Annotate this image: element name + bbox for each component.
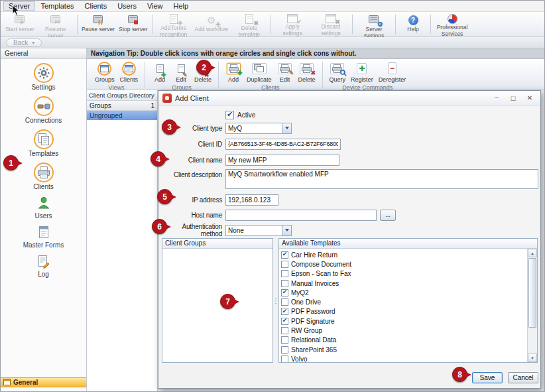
authentication-method-dropdown[interactable]: None [225,225,292,236]
template-checkbox[interactable] [281,327,288,334]
template-checkbox[interactable] [281,261,288,268]
template-item[interactable]: Volvo [279,354,527,362]
template-checkbox[interactable] [281,280,288,287]
deregister-device-button[interactable]: Deregister [377,60,408,84]
template-label: Epson - Scan to Fax [291,270,351,277]
plus-overlay-icon [161,72,166,78]
minimize-icon[interactable] [489,93,505,103]
scroll-up-icon[interactable] [528,249,537,257]
plus-overlay-icon: ✚ [178,21,183,27]
sidebar-item-connections[interactable]: Connections [1,96,86,124]
template-item[interactable]: RW Group [279,326,527,335]
client-name-row: Client name [161,154,339,166]
add-group-button[interactable]: Add [150,60,170,84]
sidebar-item-settings[interactable]: Settings [1,63,86,91]
master-forms-icon [37,225,50,241]
template-checkbox[interactable] [281,356,288,362]
start-server-button[interactable]: Start server [3,13,36,36]
client-id-field[interactable] [225,139,341,150]
x-overlay-icon [311,70,316,76]
scroll-down-icon[interactable] [528,354,537,362]
dialog-titlebar[interactable]: Add Client [158,91,540,105]
help-button[interactable]: Help [398,13,428,36]
group-row[interactable]: Ungrouped [87,111,157,120]
template-checkbox[interactable] [281,346,288,354]
discard-settings-button[interactable]: ✖ Discard settings [312,13,350,36]
template-checkbox[interactable] [281,298,288,306]
template-checkbox[interactable] [281,318,288,325]
delete-template-button[interactable]: ✖ Delete template [230,13,269,36]
template-item[interactable]: PDF Signature [279,316,527,326]
server-settings-button[interactable]: Server Settings [355,13,393,36]
menubar: Server Templates Clients Users View Help [1,1,544,12]
client-name-field[interactable] [225,155,339,166]
template-label: Relational Data [291,336,336,344]
edit-client-button[interactable]: Edit [275,60,295,84]
main-toolbar: Start server Resume server Pause server … [1,12,544,37]
professional-services-button[interactable]: Professional Services [433,13,471,36]
back-button[interactable]: Back [6,38,42,47]
menu-templates[interactable]: Templates [35,1,79,11]
client-type-dropdown[interactable]: MyQ [225,123,292,134]
template-checkbox[interactable] [281,251,288,259]
apply-settings-icon: ✔ [285,14,300,23]
delete-client-button[interactable]: Delete [296,60,318,84]
stop-server-button[interactable]: Stop server [117,13,149,36]
query-device-button[interactable]: Query [328,60,348,84]
duplicate-client-button[interactable]: Duplicate [245,60,274,84]
template-item[interactable]: Epson - Scan to Fax [279,269,527,279]
pause-server-icon [91,14,105,26]
template-item[interactable]: PDF Password [279,307,527,316]
template-checkbox[interactable] [281,289,288,296]
menu-help[interactable]: Help [168,1,194,11]
template-item[interactable]: Relational Data [279,336,527,345]
edit-client-icon [278,63,292,74]
pause-server-button[interactable]: Pause server [80,13,117,36]
sidebar-item-master-forms[interactable]: Master Forms [1,225,86,249]
maximize-icon[interactable] [505,93,521,103]
active-checkbox[interactable] [225,111,234,119]
resume-server-button[interactable]: Resume server [36,13,75,36]
sidebar-item-templates[interactable]: Templates [1,129,86,157]
templates-list: Car Hire ReturnCompose DocumentEpson - S… [279,249,527,362]
client-description-field[interactable]: MyQ Smartworkflow enabled MFP [225,169,538,189]
cancel-button[interactable]: Cancel [508,372,538,383]
groups-view-button[interactable]: Groups [93,60,117,84]
template-item[interactable]: Car Hire Return [279,250,527,259]
apply-settings-button[interactable]: ✔ Apply settings [273,13,312,36]
templates-scrollbar[interactable] [527,249,537,362]
scroll-thumb[interactable] [528,258,536,328]
save-button[interactable]: Save [472,372,503,383]
sidebar-item-log[interactable]: Log [1,254,86,278]
professional-services-icon [445,14,459,24]
sidebar-footer-general[interactable]: General [1,377,86,387]
template-item[interactable]: MyQ2 [279,288,527,297]
menu-users[interactable]: Users [112,1,142,11]
clients-icon [34,163,54,182]
clients-view-button[interactable]: Clients [118,60,141,84]
template-item[interactable]: SharePoint 365 [279,345,527,354]
close-icon[interactable] [522,93,538,103]
template-checkbox[interactable] [281,308,288,315]
template-item[interactable]: One Drive [279,297,527,306]
sidebar-item-users[interactable]: Users [1,196,86,220]
general-icon [3,379,11,387]
add-forms-recognition-button[interactable]: ✚ Add forms recognition [154,13,193,36]
groups-column-header[interactable]: Groups 1 [87,101,157,111]
register-device-button[interactable]: Register [349,60,375,84]
browse-button[interactable]: ... [380,210,396,221]
resume-server-icon [48,14,63,26]
groups-rows: Ungrouped [87,111,157,120]
template-checkbox[interactable] [281,336,288,344]
host-name-field[interactable] [225,210,377,221]
template-checkbox[interactable] [281,270,288,277]
menu-clients[interactable]: Clients [80,1,113,11]
edit-group-button[interactable]: Edit [171,60,191,84]
ip-address-field[interactable] [225,194,278,206]
template-item[interactable]: Compose Document [279,259,527,269]
panel-splitter[interactable] [274,238,278,363]
template-item[interactable]: Manual Invoices [279,279,527,288]
add-client-button[interactable]: Add [223,60,243,84]
menu-view[interactable]: View [142,1,168,11]
add-workflow-button[interactable]: ✚ Add workflow [193,13,231,36]
